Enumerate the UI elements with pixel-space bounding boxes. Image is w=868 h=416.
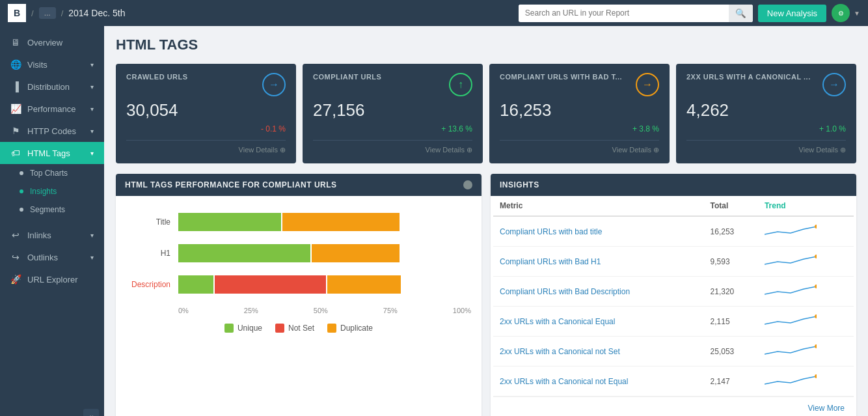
line-chart-icon: 📈 [10, 104, 21, 114]
sidebar-item-visits[interactable]: 🌐 Visits ▾ [0, 53, 104, 76]
metric-cell[interactable]: Compliant URLs with bad title [493, 216, 704, 247]
card-value: 30,054 [126, 100, 286, 120]
collapse-sidebar-button[interactable]: « [83, 409, 99, 416]
bar-orange [327, 275, 401, 294]
bar-green [178, 213, 281, 231]
sidebar-item-html-tags[interactable]: 🏷 HTML Tags ▾ [0, 142, 104, 164]
legend-label: Duplicate [340, 324, 373, 333]
card-title: 2XX URLS WITH A CANONICAL ... [686, 73, 811, 81]
bar-green [178, 275, 213, 294]
table-row: 2xx URLs with a Canonical Equal2,115 [493, 307, 854, 337]
metric-cell[interactable]: 2xx URLs with a Canonical Equal [493, 307, 704, 337]
new-analysis-button[interactable]: New Analysis [758, 5, 826, 22]
total-cell: 9,593 [704, 247, 758, 277]
sidebar-item-performance[interactable]: 📈 Performance ▾ [0, 98, 104, 120]
insights-panel-header: INSIGHTS [491, 174, 856, 196]
col-total: Total [704, 196, 758, 216]
main-content: HTML TAGS CRAWLED URLS → 30,054 - 0.1 % … [104, 26, 868, 416]
chart-label-h1: H1 [126, 249, 178, 258]
card-change: + 1.0 % [686, 124, 846, 133]
topbar: B / ... / 2014 Dec. 5th 🔍 New Analysis ⚙… [0, 0, 868, 26]
view-details-link[interactable]: View Details ⊕ [500, 140, 659, 154]
outlinks-icon: ↪ [10, 252, 21, 262]
sidebar-item-label: Visits [27, 60, 47, 70]
sidebar-item-inlinks[interactable]: ↩ Inlinks ▾ [0, 224, 104, 246]
x-label: 100% [453, 307, 471, 314]
metric-cell[interactable]: 2xx URLs with a Canonical not Equal [493, 367, 704, 396]
col-metric: Metric [493, 196, 704, 216]
dot-icon [20, 189, 23, 193]
legend-duplicate: Duplicate [327, 324, 373, 333]
search-bar[interactable]: 🔍 [519, 5, 753, 22]
sidebar-item-distribution[interactable]: ▐ Distribution ▾ [0, 76, 104, 98]
chevron-right-icon: ▾ [90, 128, 94, 135]
sidebar-sub-item-top-charts[interactable]: Top Charts [0, 164, 104, 182]
svg-point-4 [815, 344, 817, 348]
sidebar-item-label: HTML Tags [27, 148, 70, 158]
stat-cards-grid: CRAWLED URLS → 30,054 - 0.1 % View Detai… [116, 64, 856, 163]
x-label: 25% [244, 307, 258, 314]
legend-label: Unique [237, 324, 262, 333]
card-value: 16,253 [500, 100, 659, 120]
sidebar-item-label: Inlinks [27, 230, 51, 240]
sidebar-sub-item-segments[interactable]: Segments [0, 201, 104, 219]
view-more-link[interactable]: View More [493, 396, 854, 416]
view-details-link[interactable]: View Details ⊕ [313, 140, 472, 154]
panel-dot-icon [463, 180, 472, 189]
trend-cell [758, 216, 854, 247]
view-details-link[interactable]: View Details ⊕ [126, 140, 286, 154]
sidebar-item-url-explorer[interactable]: 🚀 URL Explorer [0, 268, 104, 290]
metric-cell[interactable]: 2xx URLs with a Canonical not Set [493, 337, 704, 367]
sidebar-sub-item-label: Top Charts [30, 169, 68, 178]
user-menu[interactable]: ⚙ ▼ [832, 4, 860, 22]
card-change: - 0.1 % [126, 124, 286, 133]
chart-panel: HTML TAGS PERFORMANCE FOR COMPLIANT URLS… [116, 174, 481, 416]
card-icon: → [262, 73, 286, 96]
layout: 🖥 Overview 🌐 Visits ▾ ▐ Distribution ▾ 📈… [0, 26, 868, 416]
sidebar-item-http-codes[interactable]: ⚑ HTTP Codes ▾ [0, 120, 104, 142]
sidebar: 🖥 Overview 🌐 Visits ▾ ▐ Distribution ▾ 📈… [0, 26, 104, 416]
stat-card-crawled-urls: CRAWLED URLS → 30,054 - 0.1 % View Detai… [116, 64, 296, 163]
search-button[interactable]: 🔍 [729, 5, 753, 22]
chart-bars-title [178, 213, 471, 231]
inlinks-icon: ↩ [10, 230, 21, 240]
search-input[interactable] [519, 5, 729, 21]
sidebar-item-label: Performance [27, 104, 75, 114]
legend-not-set: Not Set [275, 324, 314, 333]
svg-point-0 [815, 225, 817, 229]
metric-cell[interactable]: Compliant URLs with Bad Description [493, 277, 704, 307]
view-details-link[interactable]: View Details ⊕ [686, 140, 846, 154]
breadcrumb[interactable]: ... [39, 7, 56, 19]
table-row: 2xx URLs with a Canonical not Set25,053 [493, 337, 854, 367]
trend-cell [758, 247, 854, 277]
monitor-icon: 🖥 [10, 37, 21, 48]
bar-orange [312, 244, 400, 262]
sidebar-sub-item-label: Insights [30, 187, 57, 196]
sidebar-item-overview[interactable]: 🖥 Overview [0, 31, 104, 53]
card-value: 4,262 [686, 100, 846, 120]
legend-color-unique [224, 324, 234, 333]
stat-card-compliant-bad-title: COMPLIANT URLS WITH BAD T... → 16,253 + … [489, 64, 670, 163]
sidebar-item-outlinks[interactable]: ↪ Outlinks ▾ [0, 246, 104, 268]
table-row: 2xx URLs with a Canonical not Equal2,147 [493, 367, 854, 396]
chart-panel-body: Title H1 [116, 196, 481, 350]
avatar: ⚙ [832, 4, 850, 22]
legend-unique: Unique [224, 324, 262, 333]
card-icon: → [636, 73, 659, 96]
trend-sparkline [765, 312, 817, 328]
card-change: + 3.8 % [500, 124, 659, 133]
card-icon: → [822, 73, 846, 96]
card-title: COMPLIANT URLS WITH BAD T... [500, 73, 622, 81]
metric-cell[interactable]: Compliant URLs with Bad H1 [493, 247, 704, 277]
chevron-right-icon: ▾ [90, 232, 94, 239]
tag-icon: 🏷 [10, 148, 21, 158]
card-change: + 13.6 % [313, 124, 472, 133]
card-title: CRAWLED URLS [126, 73, 188, 81]
stat-card-compliant-urls: COMPLIANT URLS ↑ 27,156 + 13.6 % View De… [303, 64, 483, 163]
trend-cell [758, 307, 854, 337]
legend-label: Not Set [288, 324, 314, 333]
card-value: 27,156 [313, 100, 472, 120]
sidebar-sub-item-insights[interactable]: Insights [0, 182, 104, 201]
chart-panel-title: HTML TAGS PERFORMANCE FOR COMPLIANT URLS [125, 180, 337, 189]
total-cell: 25,053 [704, 337, 758, 367]
